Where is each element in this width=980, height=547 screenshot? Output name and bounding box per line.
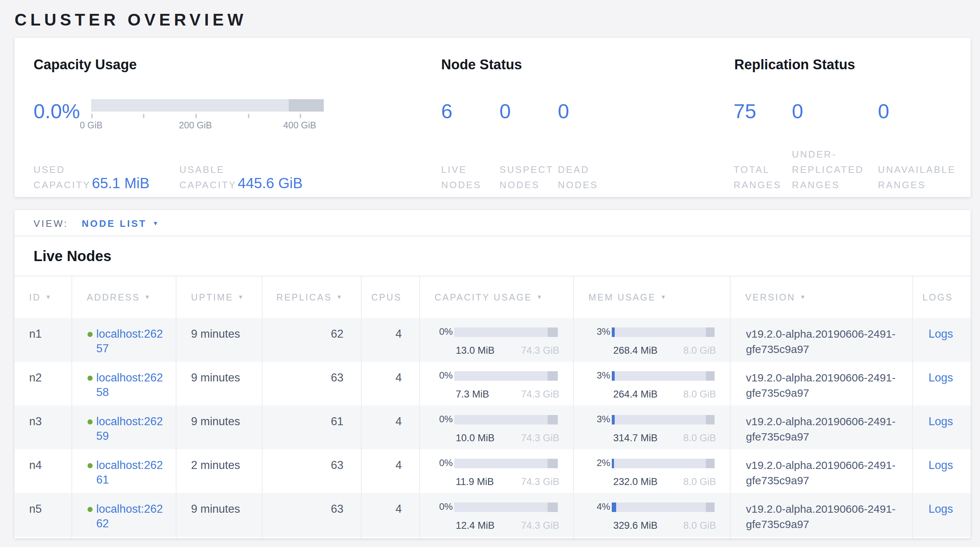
node-status-title: Node Status [441, 57, 522, 73]
column-header-label: CAPACITY USAGE [434, 292, 532, 302]
address-link-wrap[interactable]: 61 [72, 472, 176, 487]
cell-capacity-usage-used: 13.0 MiB [456, 343, 495, 358]
sort-descending-icon: ▼ [537, 294, 544, 301]
address-link-wrap[interactable]: 57 [72, 341, 176, 356]
partial-row-cell [262, 537, 362, 538]
version-line2: gfe735c9a97 [746, 473, 912, 488]
cell-uptime: 9 minutes [177, 362, 262, 405]
sort-descending-icon: ▼ [45, 294, 52, 301]
partial-row-cell [362, 537, 420, 538]
cell-mem-usage-used: 268.4 MiB [613, 343, 658, 358]
cell-capacity-usage-total: 74.3 GiB [521, 387, 559, 402]
used-capacity-label: USEDCAPACITY [33, 162, 91, 192]
replication-status-metric-label-line: RANGES [792, 177, 864, 192]
cell-mem-usage-bar-reserved [706, 415, 714, 424]
cell-address: localhost:26258 [72, 362, 177, 405]
cell-mem-usage-bar-reserved [706, 371, 714, 380]
cell-mem-usage-values: 268.4 MiB8.0 GiB [613, 339, 716, 358]
address-link-wrap[interactable]: 58 [72, 385, 176, 400]
sort-descending-icon: ▼ [238, 294, 245, 301]
cell-mem-usage-bar-reserved [706, 327, 714, 337]
cell-capacity-usage-bar [454, 327, 558, 337]
table-row: n2localhost:262589 minutes6340%7.3 MiB74… [14, 362, 970, 405]
partial-row-cell [574, 537, 730, 538]
cell-mem-usage-bar [612, 415, 714, 424]
version-line2: gfe735c9a97 [746, 385, 912, 401]
cell-mem-usage-values: 232.0 MiB8.0 GiB [613, 471, 716, 490]
capacity-meter-reserved-segment [289, 99, 324, 111]
node-status-metric-label-line: NODES [558, 177, 598, 192]
cell-address: localhost:26259 [72, 405, 177, 449]
logs-link[interactable]: Logs [929, 459, 953, 471]
column-header-replicas[interactable]: REPLICAS▼ [262, 277, 362, 318]
cell-mem-usage-bar-line: 2% [574, 456, 730, 471]
cell-mem-usage: 3%264.4 MiB8.0 GiB [574, 362, 730, 405]
replication-status-metric-label: UNAVAILABLERANGES [878, 162, 956, 192]
logs-link[interactable]: Logs [929, 502, 953, 515]
column-header-uptime[interactable]: UPTIME▼ [177, 277, 262, 318]
address-link[interactable]: localhost:262 [96, 502, 163, 516]
cell-mem-usage-bar [612, 327, 714, 337]
axis-tick [91, 114, 92, 118]
partial-row-cell [177, 537, 262, 538]
cell-capacity-usage-bar-line: 0% [420, 412, 573, 427]
cell-node-id: n1 [14, 318, 72, 362]
replication-status-metric-label-line: RANGES [733, 177, 781, 192]
address-link-wrap[interactable]: 62 [72, 516, 176, 531]
cell-mem-usage-used: 264.4 MiB [613, 387, 658, 402]
cell-capacity-usage-bar-reserved [547, 458, 558, 468]
column-header-id[interactable]: ID▼ [14, 277, 72, 318]
cell-version: v19.2.0-alpha.20190606-2491-gfe735c9a97 [730, 493, 913, 537]
cell-capacity-usage-percent: 0% [420, 324, 454, 339]
partial-row-cell [913, 537, 970, 538]
cell-capacity-usage-total: 74.3 GiB [521, 343, 559, 358]
address-link[interactable]: localhost:262 [96, 327, 163, 341]
cell-logs: Logs [913, 449, 970, 493]
address-link-wrap[interactable]: 59 [72, 429, 176, 444]
cell-address: localhost:26262 [72, 493, 177, 537]
cell-mem-usage-bar-fill [612, 502, 616, 512]
address-link[interactable]: localhost:262 [96, 370, 163, 385]
logs-link[interactable]: Logs [929, 371, 953, 384]
address-link[interactable]: localhost:262 [96, 458, 163, 472]
live-status-dot-icon [88, 507, 92, 512]
cell-capacity-usage-bar [454, 458, 558, 468]
cell-capacity-usage-bar-reserved [547, 502, 558, 512]
cell-capacity-usage-bar-reserved [547, 371, 558, 380]
cell-mem-usage-total: 8.0 GiB [683, 387, 716, 402]
cell-capacity-usage-used: 11.9 MiB [456, 475, 494, 490]
logs-link[interactable]: Logs [929, 415, 953, 428]
cell-capacity-usage-percent: 0% [420, 412, 454, 427]
logs-link[interactable]: Logs [929, 328, 953, 340]
cell-mem-usage-values: 329.6 MiB8.0 GiB [613, 514, 716, 533]
cell-logs: Logs [913, 493, 970, 537]
cell-address: localhost:26257 [72, 318, 177, 362]
column-header-address[interactable]: ADDRESS▼ [72, 277, 177, 318]
cell-node-id: n5 [14, 493, 72, 537]
view-dropdown[interactable]: NODE LIST▼ [82, 211, 160, 237]
cell-mem-usage-used: 232.0 MiB [613, 475, 658, 490]
cell-mem-usage-percent: 3% [574, 324, 612, 339]
capacity-used-percent: 0.0% [33, 101, 80, 122]
table-row-partial [14, 537, 970, 538]
node-status-metric-value: 0 [558, 101, 569, 122]
cell-capacity-usage-total: 74.3 GiB [521, 431, 559, 445]
column-header-label: LOGS [923, 292, 953, 302]
node-status-metric-value: 0 [500, 101, 511, 122]
column-header-version[interactable]: VERSION▼ [730, 277, 913, 318]
used-capacity-value: 65.1 MiB [92, 173, 150, 192]
cell-capacity-usage-values: 13.0 MiB74.3 GiB [456, 339, 559, 358]
replication-status-metric-label: UNDER-REPLICATEDRANGES [792, 146, 864, 192]
cell-mem-usage-used: 314.7 MiB [613, 431, 658, 445]
column-header-label: MEM USAGE [589, 292, 656, 302]
live-status-dot-icon [88, 331, 92, 337]
node-status-metric-label: SUSPECTNODES [500, 162, 554, 192]
cell-mem-usage-bar-line: 3% [574, 368, 730, 383]
column-header-memory[interactable]: MEM USAGE▼ [574, 277, 730, 318]
cell-cpus: 4 [362, 449, 420, 493]
axis-tick [196, 114, 197, 118]
cell-capacity-usage-values: 7.3 MiB74.3 GiB [456, 383, 559, 402]
table-header-row: ID▼ADDRESS▼UPTIME▼REPLICAS▼CPUSCAPACITY … [14, 276, 970, 318]
column-header-capacity[interactable]: CAPACITY USAGE▼ [420, 277, 574, 318]
address-link[interactable]: localhost:262 [96, 414, 163, 429]
